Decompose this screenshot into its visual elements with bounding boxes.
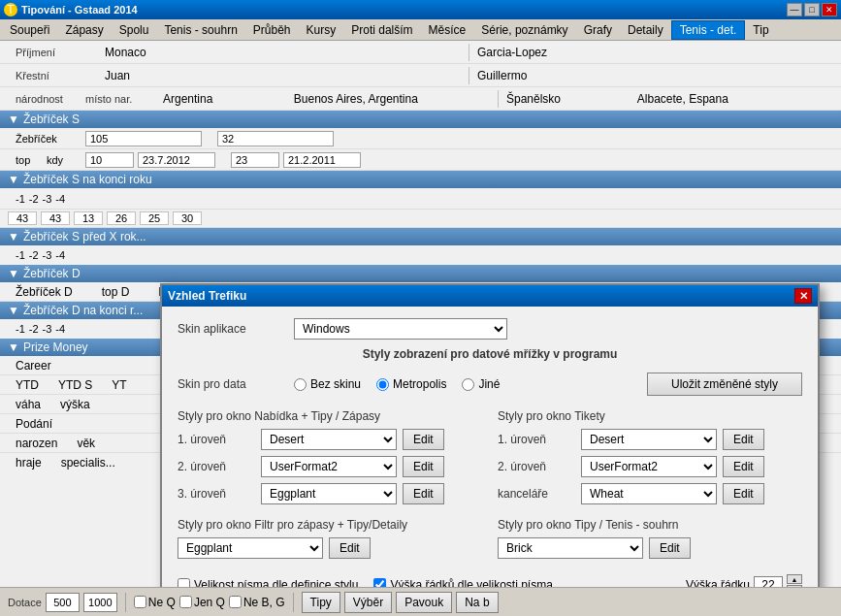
zebricek-s-header[interactable]: ▼ Žebříček S bbox=[0, 111, 841, 128]
menu-detaily[interactable]: Detaily bbox=[620, 20, 671, 40]
menu-kursy[interactable]: Kursy bbox=[299, 20, 344, 40]
zebricek-d-header[interactable]: ▼ Žebříček D bbox=[0, 265, 841, 282]
jen-q-checkbox[interactable] bbox=[179, 596, 192, 608]
ytt-label: YT bbox=[112, 378, 126, 392]
dotace-input[interactable] bbox=[46, 593, 80, 612]
level-2-select-right[interactable]: DesertUserFormat2EggplantWindowsFlat UI bbox=[581, 456, 717, 477]
skin-aplikace-select[interactable]: WindowsOffice 2007Office 2010Flat UI bbox=[294, 318, 507, 340]
filter-left-select[interactable]: EggplantDesertUserFormat2Windows bbox=[178, 537, 323, 559]
level-1-label-left: 1. úroveň bbox=[178, 433, 255, 446]
zebricek-s-title: Žebříček S bbox=[23, 113, 80, 126]
zebricek-d-konci-title: Žebříček D na konci r... bbox=[23, 304, 143, 317]
prijmeni-label: Příjmení bbox=[8, 47, 105, 58]
level-3-label-left: 3. úroveň bbox=[178, 487, 255, 501]
level-3-row-left: 3. úroveň DesertUserFormat2EggplantWindo… bbox=[178, 483, 482, 504]
d1-v1: 43 bbox=[8, 211, 37, 225]
kdy-val2: 21.2.2011 bbox=[283, 152, 361, 168]
n3-1: -1 bbox=[8, 323, 25, 335]
zebricek-val1: 105 bbox=[85, 131, 202, 146]
narozen-label: narozen bbox=[8, 437, 57, 450]
n2-4: -4 bbox=[55, 249, 65, 261]
zebricek-val2: 32 bbox=[217, 131, 334, 146]
d1-v6: 30 bbox=[173, 211, 202, 225]
bez-skinu-option[interactable]: Bez skinu bbox=[294, 377, 361, 391]
level-1-edit-left[interactable]: Edit bbox=[403, 429, 444, 450]
data-row1: 43 43 13 26 25 30 bbox=[0, 210, 841, 228]
menu-mesice[interactable]: Měsíce bbox=[421, 20, 474, 40]
menu-zapasy[interactable]: Zápasy bbox=[57, 20, 111, 40]
menu-proti[interactable]: Proti dalším bbox=[343, 20, 420, 40]
prijmeni-val2: Garcia-Lopez bbox=[477, 46, 833, 59]
level-1-select-right[interactable]: DesertUserFormat2EggplantWindowsFlat UI bbox=[581, 429, 717, 450]
spin-input[interactable] bbox=[83, 593, 117, 612]
left-col: Styly pro okno Nabídka + Tipy / Zápasy 1… bbox=[178, 409, 482, 510]
jine-radio[interactable] bbox=[462, 378, 474, 391]
zebricek-s-konci-title: Žebříček S na konci roku bbox=[23, 173, 152, 186]
vaha-label: váha bbox=[8, 398, 41, 411]
bez-skinu-radio[interactable] bbox=[294, 378, 307, 391]
kancelari-edit-right[interactable]: Edit bbox=[723, 483, 764, 504]
level-2-edit-left[interactable]: Edit bbox=[403, 456, 444, 477]
zebricek-s-pred-header[interactable]: ▼ Žebříček S před X rok... bbox=[0, 228, 841, 245]
vyber-button[interactable]: Výběr bbox=[344, 592, 392, 613]
separator3 bbox=[498, 90, 499, 108]
menu-tenis-souhrn[interactable]: Tenis - souhrn bbox=[156, 20, 244, 40]
top-kdy-row: top kdy 10 23.7.2012 23 21.2.2011 bbox=[0, 149, 841, 171]
arrow-icon4: ▼ bbox=[8, 267, 19, 280]
prijmeni-row: Příjmení Monaco Garcia-Lopez bbox=[0, 41, 841, 64]
filter-left-edit[interactable]: Edit bbox=[329, 537, 371, 559]
krestni-row: Křestní Juan Guillermo bbox=[0, 64, 841, 87]
menu-grafy[interactable]: Grafy bbox=[576, 20, 620, 40]
metropolis-label: Metropolis bbox=[393, 377, 446, 391]
jine-option[interactable]: Jiné bbox=[462, 377, 500, 391]
specialist-label: specialis... bbox=[61, 456, 115, 470]
save-styles-button[interactable]: Uložit změněné styly bbox=[647, 373, 802, 396]
arrow-icon6: ▼ bbox=[8, 340, 19, 354]
modal-dialog: Vzhled Trefiku ✕ Skin aplikace WindowsOf… bbox=[160, 283, 820, 608]
metropolis-radio[interactable] bbox=[376, 378, 389, 391]
miesto-val2: Albacete, Espana bbox=[637, 92, 833, 106]
top-d-label: top D bbox=[102, 285, 130, 299]
menu-serie[interactable]: Série, poznámky bbox=[473, 20, 575, 40]
ne-q-checkbox-label[interactable]: Ne Q bbox=[134, 596, 176, 609]
jen-q-checkbox-label[interactable]: Jen Q bbox=[179, 596, 225, 609]
krestni-label: Křestní bbox=[8, 70, 105, 81]
metropolis-option[interactable]: Metropolis bbox=[376, 377, 446, 391]
level-2-edit-right[interactable]: Edit bbox=[723, 456, 764, 477]
menu-tip[interactable]: Tip bbox=[745, 20, 776, 40]
menu-souperi[interactable]: Soupeři bbox=[2, 20, 57, 40]
two-col-layout: Styly pro okno Nabídka + Tipy / Zápasy 1… bbox=[178, 409, 802, 510]
height-up-button[interactable]: ▲ bbox=[787, 574, 802, 584]
menu-prubeh[interactable]: Průběh bbox=[245, 20, 299, 40]
tipy-button[interactable]: Tipy bbox=[302, 592, 340, 613]
level-1-select-left[interactable]: DesertUserFormat2EggplantWindowsFlat UI bbox=[261, 429, 397, 450]
skin-radio-group: Bez skinu Metropolis Jiné bbox=[294, 377, 500, 391]
dotace-label: Dotace bbox=[8, 597, 42, 608]
num-label1: -1 bbox=[8, 193, 25, 205]
kancelari-select-right[interactable]: WheatDesertUserFormat2Eggplant bbox=[581, 483, 717, 504]
menu-tenis-det[interactable]: Tenis - det. bbox=[671, 20, 746, 40]
ne-q-checkbox[interactable] bbox=[134, 596, 146, 608]
level-1-edit-right[interactable]: Edit bbox=[723, 429, 764, 450]
nab-button[interactable]: Na b bbox=[456, 592, 498, 613]
level-3-edit-left[interactable]: Edit bbox=[403, 483, 444, 504]
ne-bg-label: Ne B, G bbox=[243, 596, 285, 609]
filter-right-edit[interactable]: Edit bbox=[649, 537, 691, 559]
close-button[interactable]: ✕ bbox=[822, 3, 837, 16]
menu-spolu[interactable]: Spolu bbox=[112, 20, 157, 40]
maximize-button[interactable]: □ bbox=[804, 3, 820, 16]
minimize-button[interactable]: — bbox=[787, 3, 802, 16]
level-1-row-left: 1. úroveň DesertUserFormat2EggplantWindo… bbox=[178, 429, 482, 450]
n2-3: -3 bbox=[43, 249, 52, 261]
skin-data-label: Skin pro data bbox=[178, 377, 294, 391]
level-1-label-right: 1. úroveň bbox=[498, 433, 575, 446]
filter-right-select[interactable]: BrickEggplantDesertUserFormat2 bbox=[498, 537, 643, 559]
modal-close-button[interactable]: ✕ bbox=[794, 288, 812, 304]
zebricek-s-konci-header[interactable]: ▼ Žebříček S na konci roku bbox=[0, 171, 841, 188]
level-3-select-left[interactable]: DesertUserFormat2EggplantWindowsFlat UI bbox=[261, 483, 397, 504]
bez-skinu-label: Bez skinu bbox=[310, 377, 361, 391]
level-2-select-left[interactable]: DesertUserFormat2EggplantWindowsFlat UI bbox=[261, 456, 397, 477]
ne-bg-checkbox-label[interactable]: Ne B, G bbox=[229, 596, 285, 609]
ne-bg-checkbox[interactable] bbox=[229, 596, 242, 608]
pavouk-button[interactable]: Pavouk bbox=[396, 592, 452, 613]
